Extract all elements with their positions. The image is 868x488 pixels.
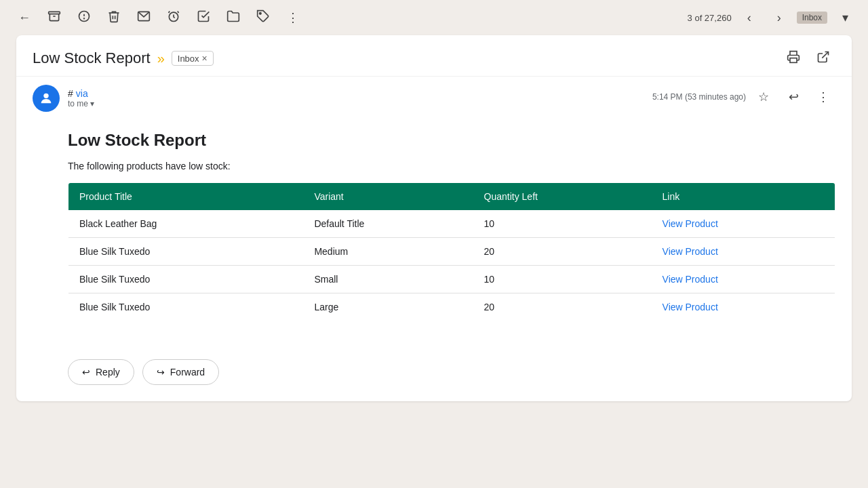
more-vert-icon-2: ⋮: [817, 89, 829, 104]
forward-btn-icon: ↪: [157, 367, 165, 378]
stock-table: Product Title Variant Quantity Left Link…: [68, 182, 835, 321]
view-product-link[interactable]: View Product: [663, 218, 718, 229]
email-header: Low Stock Report » Inbox ×: [16, 35, 852, 77]
pagination-label: 3 of 27,260: [688, 13, 732, 23]
cell-variant: Default Title: [303, 210, 473, 238]
cell-variant: Small: [303, 266, 473, 293]
cell-quantity: 10: [473, 210, 652, 238]
spam-button[interactable]: [71, 4, 98, 31]
toolbar: ←: [0, 0, 868, 35]
table-row: Black Leather BagDefault Title10View Pro…: [68, 210, 835, 238]
col-header-quantity: Quantity Left: [473, 183, 652, 211]
back-button[interactable]: ←: [11, 4, 38, 31]
print-button[interactable]: [781, 46, 806, 70]
more-actions-button[interactable]: ⋮: [279, 4, 307, 31]
more-options-button[interactable]: ⋮: [811, 85, 835, 109]
cell-link: View Product: [652, 293, 835, 321]
avatar: [33, 85, 60, 112]
label-icon: [256, 9, 270, 26]
email-subject-area: Low Stock Report » Inbox ×: [33, 49, 214, 67]
print-icon: [787, 50, 800, 67]
svg-point-10: [43, 94, 48, 98]
reply-button[interactable]: ↩ Reply: [68, 359, 134, 385]
cell-variant: Medium: [303, 238, 473, 266]
prev-email-button[interactable]: ‹: [737, 5, 762, 30]
mark-unread-button[interactable]: [130, 4, 157, 31]
email-body-title: Low Stock Report: [68, 131, 835, 150]
email-timestamp: 5:14 PM (53 minutes ago): [652, 92, 746, 102]
chevron-down-icon: ▾: [90, 99, 94, 108]
toolbar-right: 3 of 27,260 ‹ › Inbox ▾: [688, 5, 857, 30]
sender-name: # via: [68, 88, 94, 99]
email-container: Low Stock Report » Inbox ×: [16, 35, 852, 401]
email-body: Low Stock Report The following products …: [16, 120, 852, 359]
reply-btn-icon: ↩: [82, 367, 90, 378]
table-header-row: Product Title Variant Quantity Left Link: [68, 183, 835, 211]
col-header-product: Product Title: [68, 183, 304, 211]
reply-button-header[interactable]: ↩: [781, 85, 806, 109]
nav-dropdown-button[interactable]: ▾: [833, 5, 857, 30]
snooze-button[interactable]: [160, 4, 187, 31]
table-row: Blue Silk TuxedoLarge20View Product: [68, 293, 835, 321]
snooze-icon: [167, 9, 180, 26]
reply-btn-label: Reply: [96, 367, 120, 378]
email-header-actions: [781, 46, 835, 70]
sender-hash: #: [68, 88, 73, 99]
task-icon: [197, 9, 210, 26]
archive-icon: [47, 9, 61, 26]
open-in-new-button[interactable]: [811, 46, 835, 70]
cell-link: View Product: [652, 210, 835, 238]
cell-quantity: 10: [473, 266, 652, 293]
back-arrow-icon: ←: [18, 11, 31, 25]
table-body: Black Leather BagDefault Title10View Pro…: [68, 210, 835, 321]
action-buttons: ↩ Reply ↪ Forward: [16, 359, 852, 401]
svg-rect-0: [49, 12, 60, 14]
sender-right: 5:14 PM (53 minutes ago) ☆ ↩ ⋮: [652, 85, 835, 109]
inbox-badge-close[interactable]: ×: [202, 53, 208, 64]
cell-product: Black Leather Bag: [68, 210, 304, 238]
spam-icon: [77, 9, 91, 26]
view-product-link[interactable]: View Product: [663, 274, 718, 285]
sender-via-link[interactable]: via: [76, 88, 88, 99]
cell-link: View Product: [652, 238, 835, 266]
reply-icon: ↩: [789, 89, 799, 104]
table-row: Blue Silk TuxedoSmall10View Product: [68, 266, 835, 293]
archive-button[interactable]: [41, 4, 68, 31]
nav-label: Inbox: [797, 12, 827, 24]
open-external-icon: [816, 50, 830, 67]
table-head: Product Title Variant Quantity Left Link: [68, 183, 835, 211]
cell-link: View Product: [652, 266, 835, 293]
sender-info: # via to me ▾: [68, 88, 94, 108]
star-icon: ☆: [758, 89, 769, 104]
view-product-link[interactable]: View Product: [663, 302, 718, 312]
email-intro-text: The following products have low stock:: [68, 161, 835, 171]
toolbar-left: ←: [11, 4, 685, 31]
col-header-link: Link: [652, 183, 835, 211]
label-button[interactable]: [250, 4, 277, 31]
to-me-label[interactable]: to me ▾: [68, 99, 94, 108]
table-row: Blue Silk TuxedoMedium20View Product: [68, 238, 835, 266]
forward-button[interactable]: ↪ Forward: [142, 359, 219, 385]
svg-rect-8: [790, 58, 797, 62]
inbox-badge: Inbox ×: [172, 51, 214, 66]
star-button[interactable]: ☆: [751, 85, 776, 109]
forward-double-arrow-icon: »: [157, 51, 165, 66]
cell-product: Blue Silk Tuxedo: [68, 293, 304, 321]
cell-variant: Large: [303, 293, 473, 321]
cell-product: Blue Silk Tuxedo: [68, 266, 304, 293]
cell-quantity: 20: [473, 238, 652, 266]
view-product-link[interactable]: View Product: [663, 246, 718, 257]
delete-button[interactable]: [100, 4, 127, 31]
forward-btn-label: Forward: [170, 367, 205, 378]
sender-left: # via to me ▾: [33, 85, 94, 112]
svg-point-4: [84, 18, 85, 18]
svg-point-7: [260, 12, 262, 14]
task-button[interactable]: [190, 4, 217, 31]
trash-icon: [107, 9, 121, 26]
move-to-button[interactable]: [220, 4, 247, 31]
email-subject: Low Stock Report: [33, 49, 151, 67]
next-email-button[interactable]: ›: [767, 5, 791, 30]
svg-line-9: [822, 52, 828, 58]
folder-icon: [226, 9, 240, 26]
col-header-variant: Variant: [303, 183, 473, 211]
